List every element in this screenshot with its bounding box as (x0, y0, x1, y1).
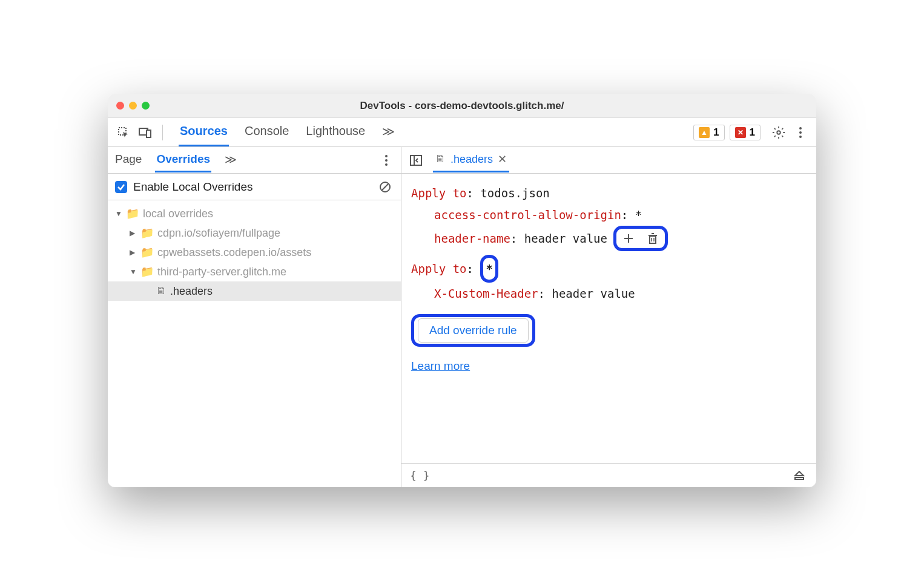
editor-footer: { } (401, 463, 816, 487)
errors-badge[interactable]: ✕ 1 (730, 125, 761, 140)
apply-to-label: Apply to (411, 186, 467, 200)
warning-icon: ▲ (699, 127, 710, 138)
main-tabs: Sources Console Lighthouse ≫ (179, 118, 396, 146)
devtools-window: DevTools - cors-demo-devtools.glitch.me/… (108, 94, 816, 487)
editor-tab-headers[interactable]: 🗎 .headers ✕ (433, 148, 509, 172)
sidebar: Page Overrides ≫ Enable Local Overrides (108, 147, 401, 487)
enable-overrides-label: Enable Local Overrides (133, 180, 253, 194)
delete-header-icon[interactable] (644, 230, 661, 247)
svg-point-7 (385, 155, 388, 157)
header-value[interactable]: header value (552, 287, 635, 300)
titlebar: DevTools - cors-demo-devtools.glitch.me/ (108, 94, 816, 118)
header-value[interactable]: * (635, 208, 642, 222)
header-value[interactable]: header value (524, 232, 607, 245)
file-icon: 🗎 (156, 285, 167, 297)
header-actions-highlight (613, 226, 668, 251)
svg-point-4 (799, 127, 802, 130)
pretty-print-icon[interactable]: { } (410, 469, 430, 482)
more-tabs-icon[interactable]: ≫ (381, 118, 396, 146)
svg-point-6 (799, 136, 802, 138)
eject-icon[interactable] (791, 467, 808, 484)
close-button[interactable] (116, 102, 124, 110)
header-row: header-name: header value (434, 226, 807, 251)
svg-point-5 (799, 131, 802, 134)
close-tab-icon[interactable]: ✕ (498, 153, 507, 166)
header-name[interactable]: access-control-allow-origin (434, 208, 621, 222)
editor-pane: 🗎 .headers ✕ Apply to: todos.json access… (401, 147, 816, 487)
svg-point-3 (777, 131, 780, 134)
svg-rect-2 (147, 130, 151, 137)
file-tree: ▼ 📁 local overrides ▶ 📁 cdpn.io/sofiayem… (108, 200, 401, 487)
device-toolbar-icon[interactable] (137, 124, 154, 141)
tree-folder[interactable]: ▼ 📁 third-party-server.glitch.me (108, 262, 401, 281)
header-name[interactable]: header-name (434, 232, 510, 245)
enable-overrides-checkbox[interactable] (115, 181, 127, 193)
tree-item-label: third-party-server.glitch.me (157, 266, 286, 278)
warning-count: 1 (713, 126, 719, 139)
svg-point-9 (385, 163, 388, 166)
clear-overrides-icon[interactable] (377, 179, 394, 195)
apply-to-value[interactable]: todos.json (480, 186, 549, 200)
minimize-button[interactable] (129, 102, 137, 110)
tab-console[interactable]: Console (243, 118, 290, 146)
folder-icon: 📁 (140, 265, 154, 278)
apply-to-label: Apply to (411, 262, 467, 275)
tree-root[interactable]: ▼ 📁 local overrides (108, 204, 401, 223)
apply-to-value[interactable]: * (486, 258, 492, 280)
separator (162, 125, 163, 140)
learn-more-link[interactable]: Learn more (411, 355, 470, 377)
chevron-right-icon: ▶ (130, 229, 137, 237)
editor-body[interactable]: Apply to: todos.json access-control-allo… (401, 174, 816, 463)
header-row: access-control-allow-origin: * (434, 204, 807, 226)
tree-file-headers[interactable]: 🗎 .headers (108, 281, 401, 301)
svg-rect-21 (795, 478, 804, 479)
add-rule-highlight: Add override rule (411, 314, 535, 347)
main-toolbar: Sources Console Lighthouse ≫ ▲ 1 ✕ 1 (108, 118, 816, 147)
maximize-button[interactable] (142, 102, 150, 110)
tab-lighthouse[interactable]: Lighthouse (305, 118, 366, 146)
tree-folder[interactable]: ▶ 📁 cpwebassets.codepen.io/assets (108, 243, 401, 262)
tree-file-label: .headers (170, 285, 213, 298)
apply-to-row: Apply to: todos.json (411, 182, 807, 204)
add-override-rule-button[interactable]: Add override rule (418, 318, 529, 343)
chevron-right-icon: ▶ (130, 248, 137, 257)
svg-point-8 (385, 159, 388, 162)
window-title: DevTools - cors-demo-devtools.glitch.me/ (108, 100, 816, 112)
folder-icon: 📁 (140, 246, 154, 259)
inspect-element-icon[interactable] (115, 124, 132, 141)
settings-gear-icon[interactable] (770, 124, 787, 141)
header-name[interactable]: X-Custom-Header (434, 287, 538, 300)
svg-rect-16 (650, 236, 656, 243)
tab-sources[interactable]: Sources (179, 118, 229, 146)
kebab-menu-icon[interactable] (792, 124, 809, 141)
enable-overrides-row: Enable Local Overrides (108, 174, 401, 200)
subtab-page[interactable]: Page (114, 148, 143, 172)
svg-line-11 (382, 184, 388, 190)
apply-to-row: Apply to: * (411, 255, 807, 283)
error-count: 1 (750, 126, 755, 139)
folder-icon: 📁 (126, 207, 139, 220)
header-row: X-Custom-Header: header value (434, 283, 807, 304)
subtab-overrides[interactable]: Overrides (155, 148, 211, 172)
wildcard-highlight: * (480, 255, 498, 283)
chevron-down-icon: ▼ (130, 268, 137, 276)
file-icon: 🗎 (435, 153, 446, 165)
folder-icon: 📁 (140, 226, 154, 240)
toggle-navigator-icon[interactable] (408, 152, 424, 169)
add-header-icon[interactable] (620, 230, 637, 247)
traffic-lights (116, 102, 150, 110)
sidebar-subtabs: Page Overrides ≫ (108, 147, 401, 174)
tree-folder[interactable]: ▶ 📁 cdpn.io/sofiayem/fullpage (108, 223, 401, 243)
content-area: Page Overrides ≫ Enable Local Overrides (108, 147, 816, 487)
tree-item-label: cpwebassets.codepen.io/assets (157, 246, 311, 259)
error-icon: ✕ (735, 127, 746, 138)
sidebar-kebab-icon[interactable] (378, 152, 395, 169)
chevron-down-icon: ▼ (115, 209, 122, 218)
more-subtabs-icon[interactable]: ≫ (223, 148, 238, 173)
editor-tab-label: .headers (450, 153, 493, 166)
tree-root-label: local overrides (143, 208, 213, 220)
editor-tabstrip: 🗎 .headers ✕ (401, 147, 816, 174)
warnings-badge[interactable]: ▲ 1 (693, 125, 724, 140)
tree-item-label: cdpn.io/sofiayem/fullpage (157, 227, 280, 240)
